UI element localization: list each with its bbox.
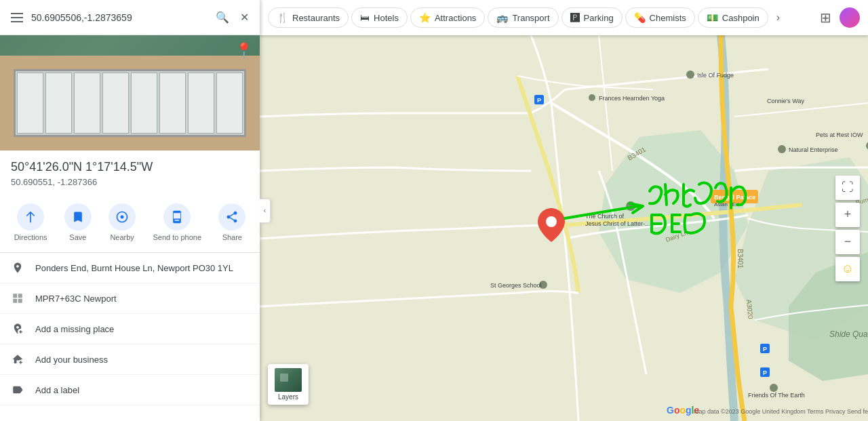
map-controls: ⛶ + − ☺ [835, 176, 860, 281]
plus-code-item: MPR7+63C Newport [0, 283, 260, 314]
map-area[interactable]: 🍴 Restaurants 🛏 Hotels ⭐ Attractions 🚌 T… [260, 0, 868, 421]
add-business-item[interactable]: Add your business [0, 344, 260, 375]
directions-button[interactable]: Directions [9, 199, 53, 245]
svg-point-21 [686, 71, 694, 79]
cashpoint-label: Cashpoin [722, 13, 760, 23]
fullscreen-button[interactable]: ⛶ [835, 176, 860, 200]
parking-label: Parking [584, 13, 614, 23]
parking-icon: 🅿 [570, 12, 580, 23]
search-input[interactable] [31, 12, 208, 23]
top-navigation: 🍴 Restaurants 🛏 Hotels ⭐ Attractions 🚌 T… [260, 0, 868, 35]
restaurants-label: Restaurants [292, 13, 340, 23]
svg-text:Shide Quarry: Shide Quarry [829, 329, 868, 339]
svg-text:Frances Hearnden Yoga: Frances Hearnden Yoga [599, 95, 665, 102]
svg-text:Pets at Rest IOW: Pets at Rest IOW [816, 132, 863, 138]
layers-button[interactable]: Layers [268, 364, 309, 405]
location-pin-icon [11, 261, 24, 275]
user-avatar[interactable] [840, 7, 860, 28]
nearby-button[interactable]: Nearby [103, 199, 141, 245]
svg-text:Connie's Way: Connie's Way [767, 98, 804, 104]
hotels-label: Hotels [374, 13, 399, 23]
hotels-pill[interactable]: 🛏 Hotels [351, 7, 408, 28]
svg-text:Isle Of Fudge: Isle Of Fudge [697, 72, 734, 79]
attractions-pill[interactable]: ⭐ Attractions [410, 7, 485, 28]
svg-point-41 [546, 216, 557, 227]
dms-coordinates: 50°41'26.0"N 1°17'14.5"W [11, 160, 249, 174]
plus-code-text: MPR7+63C Newport [35, 294, 117, 304]
send-to-phone-button[interactable]: Send to phone [147, 199, 207, 245]
add-missing-label: Add a missing place [35, 324, 114, 334]
grid-icon [11, 292, 24, 305]
nav-right-controls: ⊞ [817, 7, 860, 28]
coords-section: 50°41'26.0"N 1°17'14.5"W 50.690551, -1.2… [0, 151, 260, 193]
star-icon: ⭐ [419, 12, 431, 23]
fork-knife-icon: 🍴 [277, 12, 288, 23]
save-label: Save [69, 233, 86, 241]
business-icon [11, 353, 24, 366]
add-label-text: Add a label [35, 385, 79, 395]
search-icons: 🔍 ✕ [213, 8, 252, 26]
collapse-panel-button[interactable]: ‹ [260, 199, 271, 223]
bus-icon: 🚌 [496, 12, 508, 23]
restaurants-pill[interactable]: 🍴 Restaurants [268, 7, 349, 28]
svg-text:P: P [763, 346, 767, 353]
map-canvas[interactable]: B3401 B3401 A3020 Pan Ln Burnt House Ln … [260, 35, 868, 421]
transport-pill[interactable]: 🚌 Transport [488, 7, 558, 28]
hotels-icon: 🛏 [360, 12, 370, 23]
svg-text:Jesus Christ of Latter-...: Jesus Christ of Latter-... [585, 220, 650, 227]
transport-label: Transport [512, 13, 549, 23]
search-bar: 🔍 ✕ [0, 0, 260, 35]
map-svg: B3401 B3401 A3020 Pan Ln Burnt House Ln … [260, 35, 868, 421]
save-button[interactable]: Save [59, 199, 97, 245]
add-business-label: Add your business [35, 355, 108, 365]
cashpoint-pill[interactable]: 💵 Cashpoin [698, 7, 768, 28]
chemists-pill[interactable]: 💊 Chemists [625, 7, 695, 28]
svg-point-25 [778, 145, 786, 153]
address-text: Ponders End, Burnt House Ln, Newport PO3… [35, 263, 233, 273]
action-buttons: Directions Save Nearby [0, 193, 260, 253]
hamburger-menu[interactable] [8, 10, 26, 25]
send-to-phone-label: Send to phone [153, 233, 201, 241]
label-icon [11, 383, 24, 397]
nearby-icon [108, 203, 136, 230]
zoom-out-button[interactable]: − [835, 230, 860, 254]
nearby-label: Nearby [110, 233, 134, 241]
parking-pill[interactable]: 🅿 Parking [561, 7, 623, 28]
chemists-label: Chemists [650, 13, 686, 23]
directions-icon [17, 203, 44, 230]
photo-pin-icon: 📍 [235, 42, 253, 60]
share-label: Share [222, 233, 242, 241]
attractions-label: Attractions [435, 13, 476, 23]
address-item: Ponders End, Burnt House Ln, Newport PO3… [0, 253, 260, 283]
svg-text:St Georges School: St Georges School [490, 282, 542, 289]
svg-text:Friends Of The Earth: Friends Of The Earth [748, 392, 805, 399]
layers-label: Layers [278, 393, 298, 401]
svg-point-36 [770, 384, 778, 392]
phone-icon [163, 203, 191, 230]
search-button[interactable]: 🔍 [213, 8, 232, 26]
svg-text:Map data ©2023 Google  United : Map data ©2023 Google United Kingdom Ter… [694, 408, 868, 415]
decimal-coordinates: 50.690551, -1.287366 [11, 177, 249, 187]
apps-button[interactable]: ⊞ [817, 7, 834, 28]
share-icon [218, 203, 245, 230]
svg-text:Bengal Palace: Bengal Palace [714, 194, 755, 201]
left-panel: 🔍 ✕ 📍 50°41'26.0"N 1°17'14.5"W 50.690551… [0, 0, 260, 421]
info-list: Ponders End, Burnt House Ln, Newport PO3… [0, 253, 260, 405]
add-place-icon [11, 322, 24, 336]
more-categories-button[interactable]: › [771, 7, 785, 28]
svg-text:P: P [537, 97, 541, 104]
close-button[interactable]: ✕ [237, 8, 252, 26]
chemist-icon: 💊 [634, 12, 646, 23]
street-view-button[interactable]: ☺ [835, 257, 860, 281]
location-photo[interactable]: 📍 [0, 35, 260, 151]
add-label-item[interactable]: Add a label [0, 375, 260, 405]
zoom-in-button[interactable]: + [835, 203, 860, 227]
share-button[interactable]: Share [213, 199, 251, 245]
layers-thumbnail [275, 368, 302, 392]
add-missing-place-item[interactable]: Add a missing place [0, 314, 260, 344]
svg-point-23 [589, 94, 595, 101]
svg-point-0 [121, 216, 124, 219]
svg-text:Natural Enterprise: Natural Enterprise [789, 146, 838, 153]
svg-text:P: P [763, 369, 767, 376]
directions-label: Directions [14, 233, 47, 241]
